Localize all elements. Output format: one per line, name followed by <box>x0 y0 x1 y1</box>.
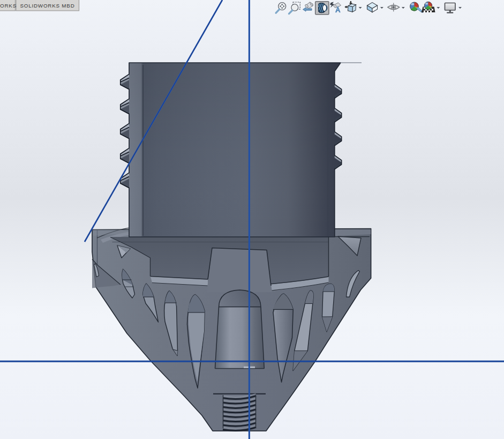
svg-text:SOLIDWORKS MBD: SOLIDWORKS MBD <box>20 3 74 9</box>
svg-text:ORKS: ORKS <box>0 3 17 9</box>
